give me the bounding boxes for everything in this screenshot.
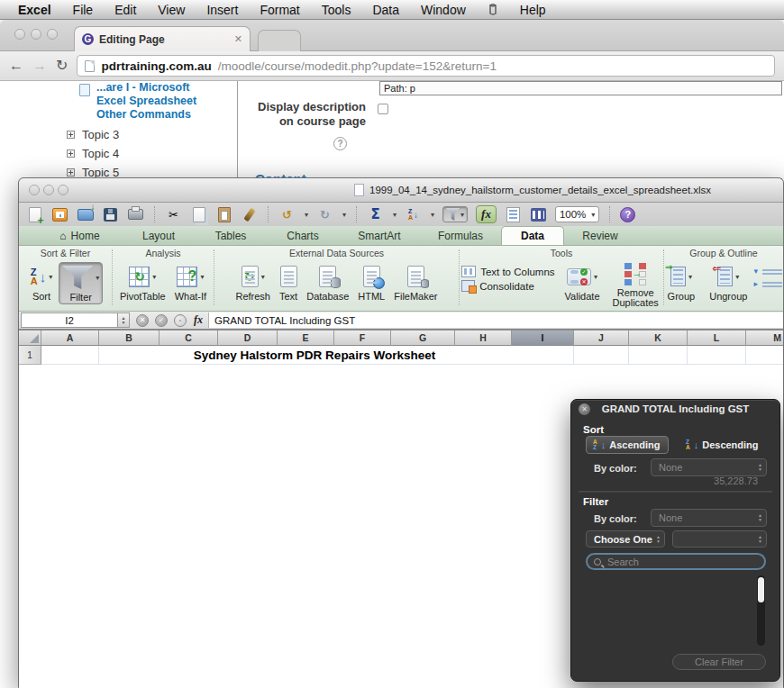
consolidate-button[interactable]: Consolidate (461, 280, 534, 292)
script-menu-icon[interactable] (488, 4, 498, 16)
search-input[interactable] (606, 556, 741, 568)
import-filemaker-button[interactable]: FileMaker (391, 262, 440, 303)
menu-window[interactable]: Window (421, 3, 466, 17)
autosum-icon[interactable]: Σ (367, 206, 384, 223)
import-html-button[interactable]: HTML (355, 262, 387, 303)
insert-function-icon[interactable]: • (174, 314, 187, 327)
refresh-button[interactable]: ↻▾ Refresh (232, 262, 273, 303)
menu-edit[interactable]: Edit (114, 3, 136, 17)
popup-scrollbar[interactable] (757, 575, 765, 646)
browser-close-button[interactable] (14, 29, 25, 40)
forward-icon[interactable]: → (32, 59, 47, 73)
back-icon[interactable]: ← (9, 59, 23, 73)
row-header-1[interactable]: 1 (19, 346, 41, 365)
new-tab-button[interactable] (258, 30, 301, 51)
tab-close-icon[interactable]: ✕ (234, 33, 242, 45)
undo-caret-icon[interactable]: ▾ (305, 211, 308, 219)
column-header-C[interactable]: C (160, 330, 218, 346)
text-to-columns-button[interactable]: Text to Columns (461, 266, 554, 277)
browser-zoom-button[interactable] (47, 29, 58, 40)
filter-by-color-select[interactable]: None ▲▼ (651, 509, 767, 527)
template-gallery-icon[interactable] (51, 206, 68, 223)
formula-builder-button[interactable]: fx (476, 205, 497, 223)
filter-value-select[interactable]: ▲▼ (672, 530, 767, 548)
column-header-K[interactable]: K (629, 330, 688, 346)
menu-data[interactable]: Data (372, 3, 399, 17)
menu-insert[interactable]: Insert (206, 3, 238, 17)
expand-icon[interactable] (67, 168, 75, 177)
display-description-checkbox[interactable] (378, 104, 388, 114)
sort-by-color-select[interactable]: None ▲▼ (651, 458, 767, 476)
expand-icon[interactable] (67, 149, 75, 158)
paste-icon[interactable] (215, 206, 232, 223)
help-icon[interactable]: ? (333, 137, 347, 150)
scroll-thumb[interactable] (758, 577, 764, 602)
filter-toolbar-button[interactable]: ▾ (442, 206, 468, 222)
import-database-button[interactable]: Database (304, 262, 351, 303)
select-all-corner[interactable] (19, 330, 41, 346)
show-detail-buttons[interactable] (759, 262, 782, 289)
column-header-I[interactable]: I (512, 330, 574, 346)
sort-descending-button[interactable]: ZA↓ Descending (679, 436, 770, 454)
tab-formulas[interactable]: Formulas (420, 226, 501, 245)
zoom-select[interactable]: 100%▾ (555, 206, 599, 222)
import-text-button[interactable]: → Text (277, 262, 300, 303)
filter-search[interactable] (586, 553, 766, 570)
open-icon[interactable] (77, 206, 94, 223)
tab-charts[interactable]: Charts (267, 226, 339, 245)
media-browser-icon[interactable] (530, 206, 547, 223)
accept-icon[interactable]: ✓ (155, 314, 168, 327)
tab-data[interactable]: Data (501, 226, 564, 245)
cancel-icon[interactable]: ✕ (136, 314, 149, 327)
excel-zoom-button[interactable] (58, 185, 68, 195)
column-header-F[interactable]: F (334, 330, 391, 346)
browser-minimize-button[interactable] (31, 29, 41, 40)
validate-button[interactable]: ✓ ✕ ▾ Validate (562, 262, 603, 303)
excel-close-button[interactable] (29, 185, 40, 195)
column-header-M[interactable]: M (746, 330, 783, 346)
pivottable-button[interactable]: ↻▾ PivotTable (117, 262, 169, 303)
tab-tables[interactable]: Tables (195, 226, 267, 245)
excel-minimize-button[interactable] (43, 185, 54, 195)
column-header-E[interactable]: E (278, 330, 334, 346)
menu-view[interactable]: View (158, 3, 185, 17)
column-header-D[interactable]: D (218, 330, 278, 346)
sort-az-icon[interactable]: ZA↓ (405, 206, 422, 223)
ungroup-button[interactable]: ⇐▾ Ungroup (707, 262, 750, 303)
filter-condition-select[interactable]: Choose One ▲▼ (586, 530, 665, 548)
whatif-button[interactable]: ?▾ What-If (172, 262, 209, 303)
address-bar[interactable]: pdrtraining.com.au /moodle/course/modedi… (77, 55, 775, 77)
column-header-H[interactable]: H (455, 330, 512, 346)
print-icon[interactable] (127, 206, 144, 223)
menu-file[interactable]: File (73, 3, 94, 17)
tab-smartart[interactable]: SmartArt (339, 226, 420, 245)
clear-filter-button[interactable]: Clear Filter (672, 654, 766, 670)
column-header-G[interactable]: G (391, 330, 455, 346)
topic-item[interactable]: Topic 4 (67, 144, 119, 163)
undo-icon[interactable]: ↺ (278, 206, 296, 223)
cut-icon[interactable]: ✂ (165, 206, 182, 223)
help-button[interactable]: ? (620, 207, 635, 222)
toolbox-icon[interactable] (505, 206, 522, 223)
sort-caret-icon[interactable]: ▾ (431, 211, 434, 219)
autosum-caret-icon[interactable]: ▾ (393, 211, 397, 219)
remove-duplicates-button[interactable]: → RemoveDuplicates (610, 262, 661, 309)
reload-icon[interactable]: ↻ (56, 59, 68, 73)
menu-excel[interactable]: Excel (18, 3, 51, 17)
filter-button[interactable]: ▾ Filter (59, 262, 103, 304)
name-box[interactable]: I2 (21, 312, 118, 328)
copy-icon[interactable] (190, 206, 207, 223)
formula-input[interactable]: GRAND TOTAL Including GST (208, 312, 783, 328)
tab-review[interactable]: Review (564, 226, 636, 245)
save-icon[interactable] (102, 206, 119, 223)
sort-ascending-button[interactable]: AZ↓ Ascending (586, 436, 669, 454)
redo-caret-icon[interactable]: ▾ (342, 211, 346, 219)
redo-icon[interactable]: ↻ (316, 206, 333, 223)
tab-layout[interactable]: Layout (123, 226, 195, 245)
menu-tools[interactable]: Tools (322, 3, 351, 17)
new-document-icon[interactable] (26, 206, 43, 223)
group-button[interactable]: ⇒▾ Group (665, 262, 698, 303)
expand-icon[interactable] (67, 131, 75, 139)
format-painter-icon[interactable] (241, 206, 258, 223)
column-header-L[interactable]: L (688, 330, 746, 346)
